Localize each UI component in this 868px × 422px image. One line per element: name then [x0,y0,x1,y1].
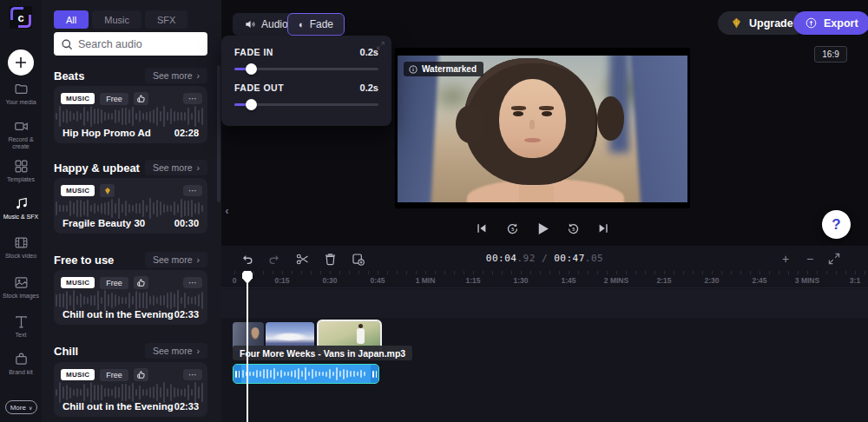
fade-out-slider[interactable] [234,99,378,110]
nav-item-label: Templates [7,176,35,183]
transport-controls: 5 5 [395,219,690,238]
aspect-ratio-badge[interactable]: 16:9 [814,46,847,63]
see-more-button[interactable]: See more› [145,343,207,359]
skip-to-end-button[interactable] [594,219,613,238]
collapse-panel-button[interactable]: ‹ [221,198,233,224]
audio-track-card[interactable]: MUSIC Free ⋯ Hip Hop Promo Ad 02:28 [54,86,207,143]
track-title: Fragile Beauty 30 [62,218,145,228]
ruler-label: 1:15 [465,276,480,285]
audio-track-card[interactable]: MUSIC Free ⋯ Chill out in the Evening 02… [54,270,207,325]
ruler-label: 3 MINS [795,276,819,285]
upgrade-button[interactable]: Upgrade [718,11,806,35]
nav-item-templates[interactable]: Templates [0,159,42,183]
ruler-label: 2:45 [752,276,766,285]
popout-icon[interactable] [376,41,385,50]
track-duration: 00:30 [174,218,199,228]
tab-all[interactable]: All [54,10,89,29]
section-title: Beats [54,69,84,82]
time-total: 00:47 [554,253,585,264]
watermark-badge[interactable]: Watermarked [404,62,483,76]
card-menu-button[interactable]: ⋯ [183,369,202,380]
premium-gem-icon [100,184,115,197]
slider-knob[interactable] [246,99,257,110]
search-input[interactable] [78,38,201,50]
card-meta: Chill out in the Evening 02:33 [62,309,199,320]
forward-5s-button[interactable]: 5 [563,219,582,238]
timeline-ruler[interactable]: 0 0:15 0:30 0:45 1 MIN 1:15 1:30 1:45 2 … [221,271,868,288]
see-more-button[interactable]: See more› [145,68,207,83]
video-preview[interactable]: Watermarked [395,48,690,208]
music-note-icon [14,196,29,211]
more-button[interactable]: More ∨ [5,400,37,414]
play-button[interactable] [533,219,552,238]
nav-item-brand-kit[interactable]: Brand kit [0,352,42,376]
track-title: Chill out in the Evening [62,309,174,320]
rewind-5s-button[interactable]: 5 [503,219,522,238]
waveform [56,105,206,128]
see-more-button[interactable]: See more› [145,160,207,175]
gem-icon [730,16,743,30]
nav-item-label: Brand kit [9,369,33,376]
card-meta: Hip Hop Promo Ad 02:28 [62,128,199,138]
text-icon [14,314,29,329]
see-more-button[interactable]: See more› [145,252,207,267]
section-header-beats: Beats See more› [54,68,207,83]
card-badges: MUSIC Free ⋯ [61,368,202,381]
nav-item-label: Your media [5,99,36,106]
nav-item-label: Text [16,332,27,339]
audio-track-card[interactable]: MUSIC ⋯ Fragile Beauty 30 00:30 [54,178,207,234]
export-button[interactable]: Export [793,11,868,35]
slider-knob[interactable] [246,63,257,75]
nav-item-stock-video[interactable]: Stock video [0,235,42,260]
nav-item-text[interactable]: Text [0,314,42,339]
music-badge: MUSIC [61,277,95,288]
search-box [54,32,207,56]
fit-to-screen-button[interactable] [825,249,844,268]
trim-handle-right[interactable] [371,365,378,383]
image-icon [14,275,29,290]
chevron-left-icon: ‹ [226,205,229,217]
time-divider: / [536,253,554,264]
ruler-label: 0:30 [322,276,337,285]
timeline: 00:04.92 / 00:47.05 + − 0 0:15 0:30 0:45… [221,246,868,422]
chevron-right-icon: › [197,162,201,173]
add-media-button[interactable] [8,49,34,76]
subject-brow [511,106,526,110]
audio-clip[interactable] [233,364,379,384]
tab-fade-properties[interactable]: ◐ Fade [287,13,345,36]
nav-item-music-sfx[interactable]: Music & SFX [0,196,42,221]
ruler-label: 1:30 [513,276,528,285]
tab-sfx[interactable]: SFX [145,10,187,29]
trim-handle-left[interactable] [233,365,241,383]
skip-to-start-button[interactable] [472,219,491,238]
nav-item-your-media[interactable]: Your media [0,82,42,106]
tab-music[interactable]: Music [92,10,141,29]
background-fabric [630,56,687,202]
help-button[interactable]: ? [822,210,851,239]
free-badge: Free [100,93,128,105]
chevron-right-icon: › [197,254,201,265]
timeline-toolbar-right: + − [776,249,844,268]
fade-out-label: FADE OUT [234,82,284,93]
audio-library-panel: All Music SFX Beats See more› MUSIC Free… [42,0,221,422]
nav-item-record-create[interactable]: Record & create [0,119,42,151]
nav-item-label: Music & SFX [3,214,38,221]
card-menu-button[interactable]: ⋯ [183,185,202,196]
fade-in-slider[interactable] [234,63,378,75]
nav-item-stock-images[interactable]: Stock images [0,275,42,300]
video-frame: Watermarked [398,56,687,202]
clipchamp-logo[interactable]: c [10,6,32,29]
export-label: Export [824,17,858,30]
audio-track-card[interactable]: MUSIC Free ⋯ Chill out in the Evening 02… [54,362,207,417]
card-menu-button[interactable]: ⋯ [183,277,202,288]
watermark-label: Watermarked [422,64,477,74]
zoom-in-button[interactable]: + [776,249,795,268]
timecode-display: 00:04.92 / 00:47.05 [221,253,868,264]
ruler-ticks [234,271,868,274]
card-menu-button[interactable]: ⋯ [183,93,202,104]
playhead-line [247,271,248,422]
zoom-out-button[interactable]: − [800,249,819,268]
panel-scrollbar[interactable] [217,65,220,202]
subject-face [499,79,566,158]
attribution-hand-icon [134,92,148,105]
